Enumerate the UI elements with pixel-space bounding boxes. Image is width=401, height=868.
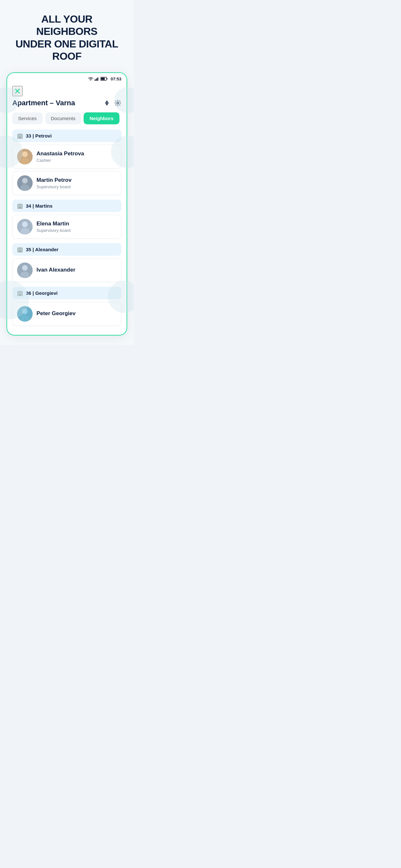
building-icon-2: 🏢	[17, 203, 23, 209]
person-role-martin: Supervisory board	[36, 184, 117, 189]
person-name-elena: Elena Martin	[36, 220, 117, 227]
page-wrapper: ALL YOUR NEIGHBORS UNDER ONE DIGITAL ROO…	[0, 0, 134, 345]
status-time: 07:53	[111, 76, 121, 82]
person-card-elena[interactable]: Elena Martin Supervisory board	[12, 215, 121, 239]
tabs-container: Services Documents Neighbors	[12, 113, 121, 124]
headline: ALL YOUR NEIGHBORS UNDER ONE DIGITAL ROO…	[10, 13, 124, 63]
status-icons	[88, 76, 107, 82]
headline-line2: UNDER ONE DIGITAL ROOF	[16, 38, 118, 62]
person-role-elena: Supervisory board	[36, 228, 117, 233]
hero-section: ALL YOUR NEIGHBORS UNDER ONE DIGITAL ROO…	[0, 0, 134, 72]
svg-point-14	[22, 151, 27, 157]
svg-rect-4	[98, 77, 99, 81]
building-icon: 🏢	[17, 133, 23, 139]
app-content: Apartment – Varna	[7, 84, 127, 335]
person-info-martin: Martin Petrov Supervisory board	[36, 177, 117, 189]
section-petrovi: 🏢 33 | Petrovi	[12, 129, 121, 142]
tab-neighbors[interactable]: Neighbors	[84, 113, 119, 124]
phone-card: 07:53 Apartment – Varna	[6, 72, 127, 336]
tab-services[interactable]: Services	[12, 113, 42, 124]
wifi-icon	[88, 76, 93, 82]
svg-point-29	[20, 315, 29, 321]
person-card-anastasia[interactable]: Anastasia Petrova Cashier	[12, 145, 121, 168]
person-card-ivan[interactable]: Ivan Alexander	[12, 258, 121, 282]
svg-point-25	[20, 272, 29, 278]
section-petrovi-label: 33 | Petrovi	[26, 133, 52, 138]
svg-rect-3	[97, 78, 98, 81]
avatar-anastasia	[17, 149, 33, 164]
svg-point-10	[117, 102, 119, 104]
person-card-martin[interactable]: Martin Petrov Supervisory board	[12, 171, 121, 195]
svg-rect-6	[106, 78, 107, 80]
person-name-anastasia: Anastasia Petrova	[36, 150, 117, 157]
status-bar: 07:53	[7, 73, 127, 84]
section-martins: 🏢 34 | Martins	[12, 199, 121, 212]
sort-icon[interactable]	[103, 99, 111, 106]
battery-icon	[100, 76, 107, 82]
person-info-elena: Elena Martin Supervisory board	[36, 220, 117, 233]
section-alexander: 🏢 35 | Alexander	[12, 243, 121, 256]
section-georgievi: 🏢 36 | Georgievi	[12, 287, 121, 299]
section-martins-label: 34 | Martins	[26, 203, 53, 209]
svg-point-26	[22, 265, 27, 270]
header-actions	[103, 99, 121, 106]
headline-line1: ALL YOUR NEIGHBORS	[36, 13, 97, 37]
avatar-ivan	[17, 262, 33, 278]
apartment-header: Apartment – Varna	[12, 99, 121, 107]
person-role-anastasia: Cashier	[36, 158, 117, 163]
svg-point-17	[20, 184, 29, 191]
person-card-peter[interactable]: Peter Georgiev	[12, 302, 121, 326]
person-info-ivan: Ivan Alexander	[36, 267, 117, 274]
svg-rect-2	[96, 79, 97, 81]
svg-point-18	[22, 178, 27, 183]
section-alexander-label: 35 | Alexander	[26, 247, 58, 252]
svg-point-13	[20, 158, 29, 164]
person-info-anastasia: Anastasia Petrova Cashier	[36, 150, 117, 163]
person-info-peter: Peter Georgiev	[36, 310, 117, 318]
person-name-ivan: Ivan Alexander	[36, 267, 117, 274]
svg-point-0	[90, 80, 91, 81]
svg-point-22	[22, 221, 27, 227]
section-georgievi-label: 36 | Georgievi	[26, 290, 58, 296]
building-icon-4: 🏢	[17, 290, 23, 296]
avatar-martin	[17, 175, 33, 191]
close-button[interactable]	[12, 86, 23, 96]
person-name-martin: Martin Petrov	[36, 177, 117, 184]
settings-icon[interactable]	[114, 99, 121, 106]
svg-point-30	[22, 309, 27, 314]
svg-rect-1	[95, 80, 96, 81]
apartment-title: Apartment – Varna	[12, 99, 75, 107]
signal-icon	[95, 76, 99, 82]
svg-point-21	[20, 228, 29, 235]
tab-documents[interactable]: Documents	[45, 113, 81, 124]
person-name-peter: Peter Georgiev	[36, 310, 117, 317]
building-icon-3: 🏢	[17, 246, 23, 252]
svg-rect-7	[101, 78, 104, 80]
avatar-elena	[17, 219, 33, 235]
avatar-peter	[17, 306, 33, 321]
